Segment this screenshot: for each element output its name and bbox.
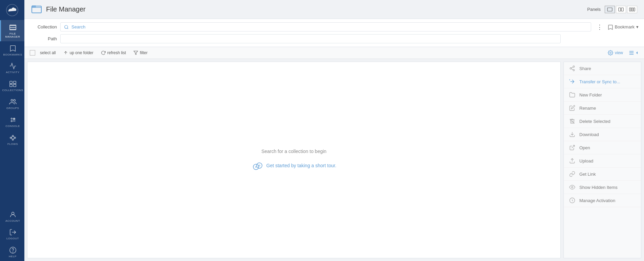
svg-marker-36: [134, 51, 138, 55]
filter-icon: [133, 50, 138, 55]
chevron-left-icon: [635, 51, 639, 55]
svg-rect-31: [629, 8, 631, 11]
search-bar-area: Collection ⋮ Bookmark ▾ Path: [24, 19, 644, 47]
sidebar: FILE MANAGER BOOKMARKS ACTIVITY COLLECTI…: [0, 0, 24, 261]
svg-rect-27: [32, 5, 36, 7]
options-menu-btn[interactable]: ⋮: [595, 23, 605, 31]
svg-rect-5: [13, 84, 16, 87]
right-menu-rename[interactable]: Rename: [564, 102, 641, 115]
open-icon: [569, 145, 575, 151]
upload-icon: [569, 158, 575, 164]
path-label: Path: [30, 36, 57, 41]
select-all-btn[interactable]: select all: [37, 49, 59, 57]
sidebar-item-help[interactable]: HELP: [0, 243, 24, 261]
svg-point-16: [12, 139, 14, 140]
svg-point-17: [14, 137, 16, 138]
right-menu-upload[interactable]: Upload: [564, 154, 641, 168]
tour-icon: [252, 159, 264, 172]
svg-line-49: [571, 69, 573, 70]
sidebar-item-console[interactable]: CONSOLE: [0, 113, 24, 131]
sidebar-item-logout[interactable]: LOGOUT: [0, 225, 24, 243]
svg-rect-2: [9, 81, 12, 84]
view-btn[interactable]: view: [608, 50, 623, 56]
right-menu-manage-activation[interactable]: Manage Activation: [564, 194, 641, 207]
panel-toggle-icon: [628, 50, 635, 56]
transfer-sync-icon: [569, 79, 575, 85]
svg-rect-33: [634, 8, 635, 11]
refresh-list-btn[interactable]: refresh list: [98, 49, 129, 57]
svg-point-14: [10, 137, 11, 138]
filter-btn[interactable]: filter: [131, 49, 150, 57]
sidebar-item-collections[interactable]: COLLECTIONS: [0, 77, 24, 95]
search-input-wrap: [60, 22, 591, 31]
svg-line-20: [13, 136, 14, 137]
svg-line-56: [572, 145, 575, 148]
file-manager-icon: [31, 3, 42, 16]
svg-point-46: [573, 66, 575, 68]
svg-point-58: [572, 187, 573, 188]
bookmark-btn[interactable]: Bookmark ▾: [608, 24, 639, 30]
collection-label: Collection: [30, 24, 57, 29]
svg-rect-3: [13, 81, 16, 84]
svg-point-37: [610, 52, 611, 53]
panels-label: Panels: [587, 7, 601, 12]
content-split: Search for a collection to begin Get sta…: [24, 59, 644, 261]
right-menu-share[interactable]: Share: [564, 62, 641, 75]
share-icon: [569, 65, 575, 71]
svg-rect-28: [607, 8, 612, 11]
search-icon: [64, 25, 69, 29]
up-one-folder-btn[interactable]: up one folder: [61, 49, 96, 57]
sidebar-item-flows[interactable]: FLOWS: [0, 131, 24, 149]
right-menu-download[interactable]: Download: [564, 128, 641, 141]
right-menu-open[interactable]: Open: [564, 141, 641, 154]
svg-point-8: [11, 118, 12, 119]
sidebar-item-file-manager[interactable]: FILE MANAGER: [0, 20, 24, 41]
right-panel: Share Transfer or Sync to... New Folder: [563, 62, 641, 258]
sidebar-item-account[interactable]: ACCOUNT: [0, 208, 24, 225]
search-input[interactable]: [71, 24, 587, 29]
right-menu-get-link[interactable]: Get Link: [564, 168, 641, 181]
app-logo: [0, 0, 24, 20]
tour-link[interactable]: Get started by taking a short tour.: [252, 159, 337, 172]
main-content: Collection ⋮ Bookmark ▾ Path: [24, 19, 644, 261]
svg-point-22: [12, 212, 14, 214]
select-all-checkbox[interactable]: [30, 50, 35, 56]
sidebar-item-groups[interactable]: GROUPS: [0, 95, 24, 113]
new-folder-icon: [569, 92, 575, 98]
delete-icon: [569, 118, 575, 124]
up-folder-icon: [63, 50, 68, 55]
sidebar-item-activity[interactable]: ACTIVITY: [0, 59, 24, 77]
page-title: File Manager: [46, 5, 86, 13]
download-icon: [569, 131, 575, 137]
bookmark-icon: [608, 24, 613, 30]
right-panel-toggle[interactable]: [628, 50, 639, 56]
collection-row: Collection ⋮ Bookmark ▾: [30, 22, 639, 31]
sidebar-item-bookmarks[interactable]: BOOKMARKS: [0, 41, 24, 59]
right-menu-transfer-sync[interactable]: Transfer or Sync to...: [564, 75, 641, 88]
panel-single-btn[interactable]: [605, 6, 615, 13]
file-panel: Search for a collection to begin Get sta…: [27, 62, 561, 258]
right-menu-show-hidden[interactable]: Show Hidden Items: [564, 181, 641, 194]
svg-point-10: [11, 121, 12, 122]
svg-point-44: [255, 166, 257, 168]
rename-icon: [569, 105, 575, 111]
path-input[interactable]: [64, 36, 557, 41]
show-hidden-icon: [569, 184, 575, 190]
panel-buttons: [605, 6, 637, 13]
panel-triple-btn[interactable]: [627, 6, 637, 13]
svg-marker-41: [636, 51, 638, 54]
svg-point-34: [65, 25, 68, 28]
right-menu-delete[interactable]: Delete Selected: [564, 115, 641, 128]
empty-state-message: Search for a collection to begin: [261, 149, 326, 154]
svg-rect-32: [631, 8, 633, 11]
svg-point-45: [258, 165, 260, 167]
manage-activation-icon: [569, 197, 575, 203]
svg-line-21: [13, 138, 14, 139]
svg-rect-29: [619, 8, 621, 11]
view-settings-icon: [608, 50, 613, 56]
svg-point-15: [12, 135, 14, 136]
path-input-wrap: [60, 34, 561, 43]
right-menu-new-folder[interactable]: New Folder: [564, 88, 641, 102]
svg-point-48: [573, 69, 575, 71]
panel-double-btn[interactable]: [616, 6, 626, 13]
